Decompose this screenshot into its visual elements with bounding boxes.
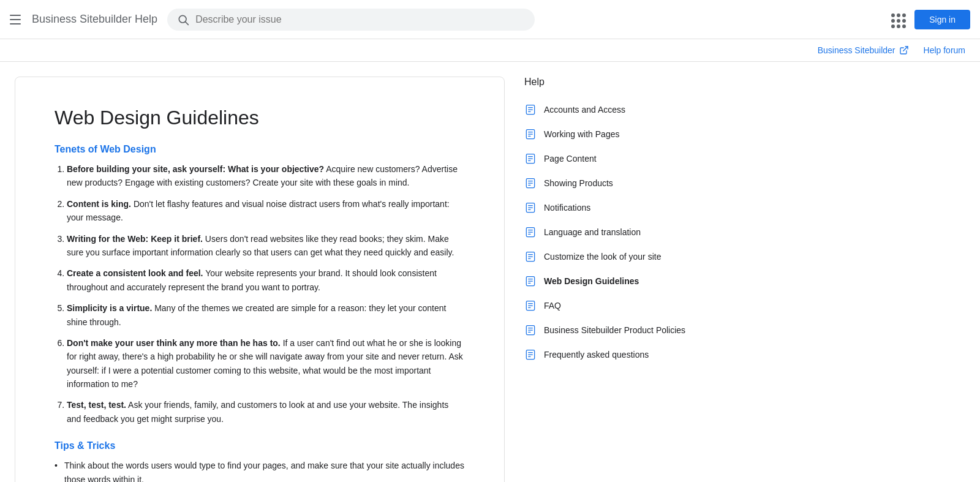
document-icon bbox=[524, 226, 537, 238]
sidebar-item-label: Web Design Guidelines bbox=[544, 276, 639, 286]
document-icon bbox=[524, 177, 537, 189]
list-item: Writing for the Web: Keep it brief. User… bbox=[67, 232, 465, 260]
list-item: Don't make your user think any more than… bbox=[67, 336, 465, 391]
sidebar-item-label: Language and translation bbox=[544, 227, 641, 237]
section1-heading: Tenets of Web Design bbox=[55, 144, 465, 155]
list-item: Before building your site, ask yourself:… bbox=[67, 162, 465, 190]
sign-in-button[interactable]: Sign in bbox=[914, 10, 970, 29]
menu-icon[interactable] bbox=[10, 12, 24, 27]
list-item: Create a consistent look and feel. Your … bbox=[67, 266, 465, 294]
sidebar-item-faq[interactable]: FAQ bbox=[519, 293, 715, 318]
sidebar: Help Accounts and Access Working with Pa… bbox=[519, 77, 715, 482]
document-icon bbox=[524, 104, 537, 116]
document-icon bbox=[524, 275, 537, 287]
sidebar-title: Help bbox=[519, 77, 715, 88]
sidebar-item-label: Frequently asked questions bbox=[544, 350, 649, 360]
sidebar-item-frequently-asked[interactable]: Frequently asked questions bbox=[519, 342, 715, 367]
search-input[interactable] bbox=[195, 14, 525, 25]
help-forum-link[interactable]: Help forum bbox=[924, 45, 965, 55]
sidebar-item-label: Showing Products bbox=[544, 178, 613, 188]
document-icon bbox=[524, 128, 537, 140]
sidebar-item-label: Customize the look of your site bbox=[544, 252, 661, 262]
article-card: Web Design Guidelines Tenets of Web Desi… bbox=[15, 77, 505, 482]
sidebar-item-label: Notifications bbox=[544, 203, 590, 213]
external-link-icon bbox=[899, 45, 909, 55]
header: Business Sitebuilder Help Sign in bbox=[0, 0, 980, 39]
sidebar-item-customize-look[interactable]: Customize the look of your site bbox=[519, 244, 715, 269]
document-icon bbox=[524, 153, 537, 165]
sidebar-item-label: Working with Pages bbox=[544, 129, 619, 139]
business-sitebuilder-link[interactable]: Business Sitebuilder bbox=[818, 45, 909, 55]
sidebar-item-label: Page Content bbox=[544, 154, 597, 164]
tips-list: Think about the words users would type t… bbox=[55, 459, 465, 482]
sidebar-item-label: FAQ bbox=[544, 301, 561, 311]
svg-line-2 bbox=[903, 47, 907, 51]
sidebar-item-label: Accounts and Access bbox=[544, 105, 625, 115]
sidebar-item-label: Business Sitebuilder Product Policies bbox=[544, 325, 685, 335]
search-bar bbox=[167, 9, 535, 31]
list-item: Test, test, test. Ask your friends, fami… bbox=[67, 398, 465, 426]
sidebar-item-product-policies[interactable]: Business Sitebuilder Product Policies bbox=[519, 318, 715, 342]
header-left: Business Sitebuilder Help bbox=[10, 12, 157, 27]
logo-text: Business Sitebuilder Help bbox=[32, 13, 157, 26]
sidebar-item-web-design[interactable]: Web Design Guidelines bbox=[519, 269, 715, 293]
sidebar-item-showing-products[interactable]: Showing Products bbox=[519, 171, 715, 195]
header-right: Sign in bbox=[890, 10, 970, 29]
grid-icon[interactable] bbox=[890, 12, 905, 27]
main-content: Web Design Guidelines Tenets of Web Desi… bbox=[0, 62, 980, 482]
document-icon bbox=[524, 250, 537, 263]
document-icon bbox=[524, 299, 537, 312]
sub-header: Business Sitebuilder Help forum bbox=[0, 39, 980, 62]
tenets-list: Before building your site, ask yourself:… bbox=[55, 162, 465, 426]
document-icon bbox=[524, 348, 537, 361]
section2-heading: Tips & Tricks bbox=[55, 440, 465, 451]
list-item: Content is king. Don't let flashy featur… bbox=[67, 197, 465, 225]
sidebar-item-working-pages[interactable]: Working with Pages bbox=[519, 122, 715, 146]
article-container: Web Design Guidelines Tenets of Web Desi… bbox=[15, 77, 505, 482]
document-icon bbox=[524, 201, 537, 214]
list-item: Simplicity is a virtue. Many of the them… bbox=[67, 301, 465, 329]
document-icon bbox=[524, 324, 537, 336]
list-item: Think about the words users would type t… bbox=[55, 459, 465, 482]
sidebar-item-accounts[interactable]: Accounts and Access bbox=[519, 97, 715, 122]
sidebar-item-language[interactable]: Language and translation bbox=[519, 220, 715, 244]
article-title: Web Design Guidelines bbox=[55, 107, 465, 129]
sidebar-item-notifications[interactable]: Notifications bbox=[519, 195, 715, 220]
sidebar-item-page-content[interactable]: Page Content bbox=[519, 146, 715, 171]
svg-line-1 bbox=[186, 21, 189, 24]
search-icon bbox=[177, 13, 189, 26]
